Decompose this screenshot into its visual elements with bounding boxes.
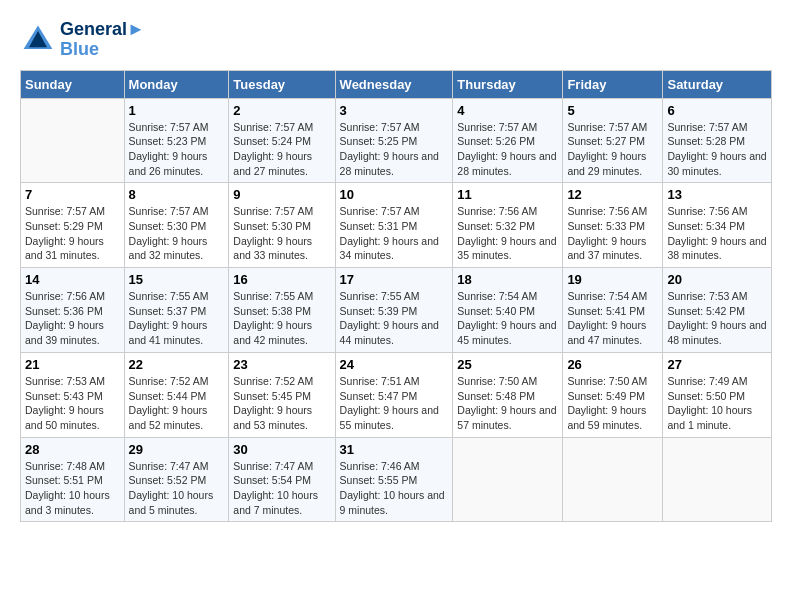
day-info: Sunrise: 7:47 AM Sunset: 5:54 PM Dayligh… — [233, 459, 330, 518]
day-info: Sunrise: 7:52 AM Sunset: 5:45 PM Dayligh… — [233, 374, 330, 433]
day-info: Sunrise: 7:51 AM Sunset: 5:47 PM Dayligh… — [340, 374, 449, 433]
day-number: 28 — [25, 442, 120, 457]
day-cell: 6 Sunrise: 7:57 AM Sunset: 5:28 PM Dayli… — [663, 98, 772, 183]
day-cell — [663, 437, 772, 522]
day-number: 24 — [340, 357, 449, 372]
day-cell — [21, 98, 125, 183]
day-number: 26 — [567, 357, 658, 372]
day-info: Sunrise: 7:52 AM Sunset: 5:44 PM Dayligh… — [129, 374, 225, 433]
day-cell: 26 Sunrise: 7:50 AM Sunset: 5:49 PM Dayl… — [563, 352, 663, 437]
day-number: 13 — [667, 187, 767, 202]
day-number: 4 — [457, 103, 558, 118]
day-cell: 9 Sunrise: 7:57 AM Sunset: 5:30 PM Dayli… — [229, 183, 335, 268]
day-info: Sunrise: 7:57 AM Sunset: 5:29 PM Dayligh… — [25, 204, 120, 263]
day-cell: 24 Sunrise: 7:51 AM Sunset: 5:47 PM Dayl… — [335, 352, 453, 437]
header-thursday: Thursday — [453, 70, 563, 98]
day-info: Sunrise: 7:55 AM Sunset: 5:37 PM Dayligh… — [129, 289, 225, 348]
day-number: 12 — [567, 187, 658, 202]
day-info: Sunrise: 7:48 AM Sunset: 5:51 PM Dayligh… — [25, 459, 120, 518]
day-info: Sunrise: 7:57 AM Sunset: 5:31 PM Dayligh… — [340, 204, 449, 263]
day-cell — [453, 437, 563, 522]
day-number: 9 — [233, 187, 330, 202]
day-info: Sunrise: 7:57 AM Sunset: 5:27 PM Dayligh… — [567, 120, 658, 179]
header-monday: Monday — [124, 70, 229, 98]
day-cell: 20 Sunrise: 7:53 AM Sunset: 5:42 PM Dayl… — [663, 268, 772, 353]
day-number: 6 — [667, 103, 767, 118]
day-info: Sunrise: 7:57 AM Sunset: 5:30 PM Dayligh… — [129, 204, 225, 263]
day-number: 27 — [667, 357, 767, 372]
day-number: 22 — [129, 357, 225, 372]
day-cell: 13 Sunrise: 7:56 AM Sunset: 5:34 PM Dayl… — [663, 183, 772, 268]
day-number: 29 — [129, 442, 225, 457]
day-cell: 1 Sunrise: 7:57 AM Sunset: 5:23 PM Dayli… — [124, 98, 229, 183]
header-row: SundayMondayTuesdayWednesdayThursdayFrid… — [21, 70, 772, 98]
day-number: 18 — [457, 272, 558, 287]
header-sunday: Sunday — [21, 70, 125, 98]
day-number: 30 — [233, 442, 330, 457]
day-cell: 28 Sunrise: 7:48 AM Sunset: 5:51 PM Dayl… — [21, 437, 125, 522]
day-number: 17 — [340, 272, 449, 287]
day-info: Sunrise: 7:57 AM Sunset: 5:23 PM Dayligh… — [129, 120, 225, 179]
day-number: 23 — [233, 357, 330, 372]
day-cell: 23 Sunrise: 7:52 AM Sunset: 5:45 PM Dayl… — [229, 352, 335, 437]
day-cell: 5 Sunrise: 7:57 AM Sunset: 5:27 PM Dayli… — [563, 98, 663, 183]
day-cell: 25 Sunrise: 7:50 AM Sunset: 5:48 PM Dayl… — [453, 352, 563, 437]
day-info: Sunrise: 7:56 AM Sunset: 5:33 PM Dayligh… — [567, 204, 658, 263]
day-number: 2 — [233, 103, 330, 118]
week-row-3: 14 Sunrise: 7:56 AM Sunset: 5:36 PM Dayl… — [21, 268, 772, 353]
day-number: 14 — [25, 272, 120, 287]
day-info: Sunrise: 7:57 AM Sunset: 5:30 PM Dayligh… — [233, 204, 330, 263]
day-number: 5 — [567, 103, 658, 118]
day-number: 1 — [129, 103, 225, 118]
day-info: Sunrise: 7:57 AM Sunset: 5:25 PM Dayligh… — [340, 120, 449, 179]
day-info: Sunrise: 7:55 AM Sunset: 5:39 PM Dayligh… — [340, 289, 449, 348]
day-number: 31 — [340, 442, 449, 457]
day-info: Sunrise: 7:53 AM Sunset: 5:43 PM Dayligh… — [25, 374, 120, 433]
day-cell: 2 Sunrise: 7:57 AM Sunset: 5:24 PM Dayli… — [229, 98, 335, 183]
day-number: 19 — [567, 272, 658, 287]
logo: General► Blue — [20, 20, 145, 60]
week-row-2: 7 Sunrise: 7:57 AM Sunset: 5:29 PM Dayli… — [21, 183, 772, 268]
day-info: Sunrise: 7:57 AM Sunset: 5:28 PM Dayligh… — [667, 120, 767, 179]
day-info: Sunrise: 7:54 AM Sunset: 5:41 PM Dayligh… — [567, 289, 658, 348]
day-cell: 22 Sunrise: 7:52 AM Sunset: 5:44 PM Dayl… — [124, 352, 229, 437]
header-friday: Friday — [563, 70, 663, 98]
week-row-4: 21 Sunrise: 7:53 AM Sunset: 5:43 PM Dayl… — [21, 352, 772, 437]
header-saturday: Saturday — [663, 70, 772, 98]
day-cell: 14 Sunrise: 7:56 AM Sunset: 5:36 PM Dayl… — [21, 268, 125, 353]
logo-icon — [20, 22, 56, 58]
day-cell: 16 Sunrise: 7:55 AM Sunset: 5:38 PM Dayl… — [229, 268, 335, 353]
week-row-5: 28 Sunrise: 7:48 AM Sunset: 5:51 PM Dayl… — [21, 437, 772, 522]
day-number: 10 — [340, 187, 449, 202]
day-info: Sunrise: 7:55 AM Sunset: 5:38 PM Dayligh… — [233, 289, 330, 348]
day-cell: 11 Sunrise: 7:56 AM Sunset: 5:32 PM Dayl… — [453, 183, 563, 268]
day-info: Sunrise: 7:57 AM Sunset: 5:24 PM Dayligh… — [233, 120, 330, 179]
header-tuesday: Tuesday — [229, 70, 335, 98]
day-cell: 19 Sunrise: 7:54 AM Sunset: 5:41 PM Dayl… — [563, 268, 663, 353]
day-info: Sunrise: 7:56 AM Sunset: 5:32 PM Dayligh… — [457, 204, 558, 263]
day-number: 21 — [25, 357, 120, 372]
day-cell: 7 Sunrise: 7:57 AM Sunset: 5:29 PM Dayli… — [21, 183, 125, 268]
calendar-table: SundayMondayTuesdayWednesdayThursdayFrid… — [20, 70, 772, 523]
day-cell: 18 Sunrise: 7:54 AM Sunset: 5:40 PM Dayl… — [453, 268, 563, 353]
day-info: Sunrise: 7:56 AM Sunset: 5:34 PM Dayligh… — [667, 204, 767, 263]
day-cell: 31 Sunrise: 7:46 AM Sunset: 5:55 PM Dayl… — [335, 437, 453, 522]
week-row-1: 1 Sunrise: 7:57 AM Sunset: 5:23 PM Dayli… — [21, 98, 772, 183]
day-number: 3 — [340, 103, 449, 118]
day-cell: 8 Sunrise: 7:57 AM Sunset: 5:30 PM Dayli… — [124, 183, 229, 268]
day-number: 20 — [667, 272, 767, 287]
day-info: Sunrise: 7:54 AM Sunset: 5:40 PM Dayligh… — [457, 289, 558, 348]
day-number: 16 — [233, 272, 330, 287]
day-cell: 10 Sunrise: 7:57 AM Sunset: 5:31 PM Dayl… — [335, 183, 453, 268]
day-cell: 12 Sunrise: 7:56 AM Sunset: 5:33 PM Dayl… — [563, 183, 663, 268]
day-info: Sunrise: 7:57 AM Sunset: 5:26 PM Dayligh… — [457, 120, 558, 179]
day-cell: 27 Sunrise: 7:49 AM Sunset: 5:50 PM Dayl… — [663, 352, 772, 437]
day-info: Sunrise: 7:46 AM Sunset: 5:55 PM Dayligh… — [340, 459, 449, 518]
day-cell: 21 Sunrise: 7:53 AM Sunset: 5:43 PM Dayl… — [21, 352, 125, 437]
day-info: Sunrise: 7:53 AM Sunset: 5:42 PM Dayligh… — [667, 289, 767, 348]
day-number: 11 — [457, 187, 558, 202]
day-number: 15 — [129, 272, 225, 287]
day-info: Sunrise: 7:47 AM Sunset: 5:52 PM Dayligh… — [129, 459, 225, 518]
day-cell: 29 Sunrise: 7:47 AM Sunset: 5:52 PM Dayl… — [124, 437, 229, 522]
day-info: Sunrise: 7:50 AM Sunset: 5:48 PM Dayligh… — [457, 374, 558, 433]
